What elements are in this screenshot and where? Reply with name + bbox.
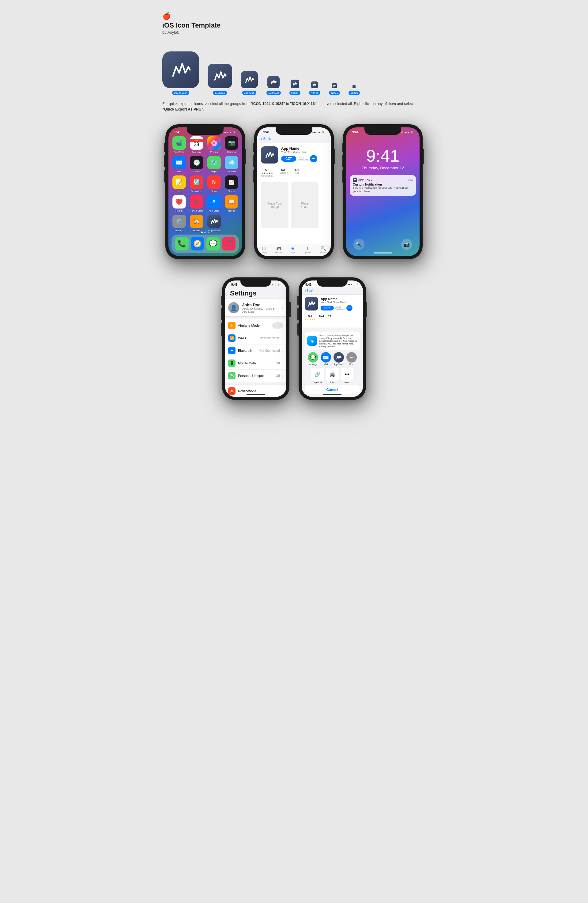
app-cell-photos[interactable]: 🌸 Photos <box>206 136 222 153</box>
share-action-copylink[interactable]: 🔗 Copy Link <box>311 368 324 383</box>
share-get-btn[interactable]: GET <box>321 305 334 310</box>
settings-row-hotspot[interactable]: 📡 Personal Hotspot Off › <box>225 370 286 382</box>
appstore-app-icon <box>261 146 278 164</box>
share-action-print[interactable]: 🖨️ Print <box>326 368 339 383</box>
share-mail-icon: ✉️ <box>321 352 331 363</box>
phone-share-screen: 9:41 ●●●▲🔋 ‹ Back App Name Your <box>302 280 363 397</box>
icon-badge-48: 48x48 <box>309 91 320 95</box>
page-title: iOS Icon Template <box>162 21 426 29</box>
app-cell-ibooks[interactable]: 📖 iBooks <box>224 195 239 212</box>
settings-toggle-airplane[interactable] <box>272 322 283 329</box>
settings-label-bluetooth: Bluetooth <box>238 349 257 352</box>
app-cell-calendar[interactable]: 28 28 Calendar <box>189 136 204 153</box>
settings-value-bluetooth: Not Connected <box>259 349 280 352</box>
share-messages-label: Message <box>309 363 317 365</box>
rating-item-age: 17+ Age <box>294 168 300 177</box>
share-back-btn[interactable]: ‹ Back <box>305 289 313 293</box>
settings-row-mobile[interactable]: 📱 Mobile Data Off › <box>225 357 286 370</box>
lock-camera-btn[interactable]: 📷 <box>401 239 412 250</box>
app-label-stocks: Stocks <box>228 190 235 193</box>
share-messages-icon: 💬 <box>308 352 318 363</box>
settings-user-row[interactable]: 👤 John Doe Apple ID, iCloud, iTunes & Ap… <box>225 299 286 316</box>
rating-number: 5.0 <box>261 168 274 172</box>
settings-row-notifications[interactable]: 🔔 Notifications › <box>225 385 286 397</box>
user-chevron: › <box>282 306 283 310</box>
settings-chevron-wifi: › <box>282 337 283 340</box>
tab-updates[interactable]: ⬇ Updates <box>303 246 311 253</box>
app-cell-camera[interactable]: 📷 Camera <box>224 136 239 153</box>
rating-item-category: No1 Category <box>280 168 288 177</box>
settings-label-airplane: Airplane Mode <box>238 324 270 327</box>
dock-safari[interactable]: 🧭 <box>191 237 204 250</box>
appstore-back-btn[interactable]: ‹ Back <box>261 136 327 141</box>
app-cell-weather[interactable]: ☁️ Weather <box>224 156 239 173</box>
app-cell-appname[interactable]: App Name <box>206 215 222 232</box>
share-more-btn[interactable]: ••• <box>346 305 352 311</box>
phone-notch-2 <box>276 127 312 135</box>
app-cell-home[interactable]: 🏠 Home <box>189 215 204 232</box>
share-app-mail[interactable]: ✉️ Mail <box>321 352 331 365</box>
phone-home: 9:41 ●●● ▲ 🔋 📹 FaceTime <box>165 124 245 259</box>
share-more-label: More <box>349 363 354 365</box>
settings-status-time: 9:41 <box>231 283 237 286</box>
settings-label-mobile: Mobile Data <box>238 361 274 365</box>
app-cell-health[interactable]: ❤️ Health <box>171 195 187 212</box>
share-app-actions: GET In-AppPurchases ••• <box>321 305 360 311</box>
settings-status-icons: ●●● ▲ 🔋 <box>269 283 280 286</box>
icon-size-128: 128x128 <box>266 76 281 95</box>
app-cell-news[interactable]: N News <box>206 175 222 193</box>
export-instruction: For quick export all icons -> select all… <box>162 101 426 112</box>
lock-controls: 🔦 📷 <box>346 239 420 250</box>
appstore-status-time: 9:41 <box>263 131 269 134</box>
tab-search-label: Search <box>320 252 327 253</box>
share-copylink-icon: 🔗 <box>311 368 324 381</box>
share-app-more[interactable]: ••• More <box>346 352 357 365</box>
category-label: Category <box>280 172 288 174</box>
get-button[interactable]: GET <box>281 156 296 162</box>
app-grid: 📹 FaceTime 28 28 Calendar <box>168 135 242 233</box>
settings-value-mobile: Off <box>276 362 280 365</box>
dock-messages[interactable]: 💬 <box>206 237 220 250</box>
tab-games-icon: 🎮 <box>276 246 281 251</box>
app-label-camera: Camera <box>227 151 236 153</box>
phones-row-top: 9:41 ●●● ▲ 🔋 📹 FaceTime <box>162 124 426 259</box>
share-app-appname[interactable]: App Name <box>333 352 344 365</box>
tab-today-icon: ☐ <box>262 246 266 251</box>
settings-row-airplane[interactable]: ✈ Airplane Mode <box>225 319 286 332</box>
settings-row-wifi[interactable]: 📶 Wi-Fi Network Name › <box>225 332 286 345</box>
rating-stars: ★★★★★ <box>261 172 274 175</box>
share-action-more2[interactable]: ••• More <box>341 368 354 383</box>
settings-section-general: 🔔 Notifications › ⊞ Control Center › 🌙 D… <box>225 385 286 397</box>
share-app-messages[interactable]: 💬 Message <box>308 352 318 365</box>
app-cell-itunes[interactable]: 🎵 iTunes Store <box>189 195 204 212</box>
tab-search[interactable]: 🔍 Search <box>320 246 327 253</box>
settings-icon-airplane: ✈ <box>228 322 236 329</box>
dock-music[interactable]: 🎵 <box>222 237 236 250</box>
settings-value-hotspot: Off <box>276 374 280 378</box>
settings-chevron-hotspot: › <box>282 374 283 378</box>
lock-torch-btn[interactable]: 🔦 <box>354 239 365 250</box>
app-label-news: News <box>211 190 217 193</box>
app-cell-mail[interactable]: ✉️ Mail <box>171 156 187 173</box>
app-cell-notes[interactable]: 📝 Notes <box>171 175 187 193</box>
tab-today[interactable]: ☐ Today <box>261 246 267 253</box>
app-cell-maps[interactable]: 🗺️ Maps <box>206 156 222 173</box>
share-home-indicator <box>323 394 341 395</box>
app-cell-appstore[interactable]: A App Store <box>206 195 222 212</box>
notif-header: APP NAME now <box>353 178 413 182</box>
app-cell-reminders[interactable]: ☑️ Reminders <box>189 175 204 193</box>
appstore-app-name: App Name <box>281 146 327 151</box>
app-cell-settings[interactable]: ⚙️ Settings <box>171 215 187 232</box>
notif-body: This is a notification for your app. You… <box>353 186 413 193</box>
tab-apps[interactable]: ◈ Apps <box>290 246 295 253</box>
app-cell-facetime[interactable]: 📹 FaceTime <box>171 136 187 153</box>
share-rating-age: 17+ <box>328 315 333 321</box>
tab-games[interactable]: 🎮 Games <box>275 246 282 253</box>
app-cell-clock[interactable]: 🕐 Clock <box>189 156 204 173</box>
icon-badge-1024: 1024x1024 <box>172 91 190 95</box>
dock-phone[interactable]: 📞 <box>175 237 189 250</box>
more-button[interactable]: ••• <box>310 155 317 162</box>
settings-row-bluetooth[interactable]: ✦ Bluetooth Not Connected › <box>225 345 286 357</box>
app-cell-stocks[interactable]: 📈 Stocks <box>224 175 239 193</box>
rating-item-stars: 5.0 ★★★★★ 400k Ratings <box>261 168 274 177</box>
